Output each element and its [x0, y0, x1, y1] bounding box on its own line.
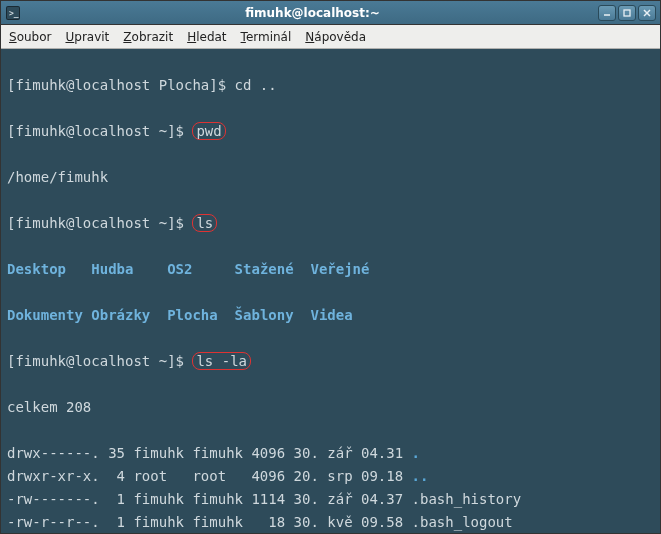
ls-row: Dokumenty Obrázky Plocha Šablony Videa: [7, 304, 654, 327]
cmd-lsla: ls -la: [192, 352, 251, 370]
file-name: .: [412, 445, 420, 461]
output-line: celkem 208: [7, 396, 654, 419]
svg-text:>_: >_: [9, 9, 19, 18]
minimize-button[interactable]: [598, 5, 616, 21]
menu-napoveda[interactable]: Nápověda: [305, 30, 366, 44]
menu-terminal[interactable]: Terminál: [241, 30, 292, 44]
close-button[interactable]: [638, 5, 656, 21]
list-item: -rw-r--r--. 1 fimuhk fimuhk 18 30. kvě 0…: [7, 511, 654, 533]
list-item: drwx------. 35 fimuhk fimuhk 4096 30. zá…: [7, 442, 654, 465]
prompt: [fimuhk@localhost Plocha]$: [7, 77, 235, 93]
file-meta: drwx------. 35 fimuhk fimuhk 4096 30. zá…: [7, 445, 412, 461]
file-meta: drwxr-xr-x. 4 root root 4096 20. srp 09.…: [7, 468, 412, 484]
maximize-button[interactable]: [618, 5, 636, 21]
list-item: drwxr-xr-x. 4 root root 4096 20. srp 09.…: [7, 465, 654, 488]
file-name: ..: [412, 468, 429, 484]
file-meta: -rw-------. 1 fimuhk fimuhk 1114 30. zář…: [7, 491, 412, 507]
ls-row: Desktop Hudba OS2 Stažené Veřejné: [7, 258, 654, 281]
prompt: [fimuhk@localhost ~]$: [7, 215, 192, 231]
file-name: .bash_history: [412, 491, 522, 507]
titlebar[interactable]: >_ fimuhk@localhost:~: [1, 1, 660, 25]
menu-hledat[interactable]: Hledat: [187, 30, 226, 44]
list-item: -rw-------. 1 fimuhk fimuhk 1114 30. zář…: [7, 488, 654, 511]
cmd-pwd: pwd: [192, 122, 225, 140]
terminal-icon: >_: [5, 5, 21, 21]
cmd-cd: cd ..: [235, 77, 277, 93]
output-line: /home/fimuhk: [7, 166, 654, 189]
menubar: Soubor Upravit Zobrazit Hledat Terminál …: [1, 25, 660, 49]
svg-rect-4: [624, 10, 630, 16]
terminal-window: >_ fimuhk@localhost:~ Soubor Upravit Zob…: [0, 0, 661, 534]
menu-zobrazit[interactable]: Zobrazit: [123, 30, 173, 44]
terminal-body[interactable]: [fimuhk@localhost Plocha]$ cd .. [fimuhk…: [1, 49, 660, 533]
cmd-ls: ls: [192, 214, 217, 232]
prompt: [fimuhk@localhost ~]$: [7, 123, 192, 139]
file-name: .bash_logout: [412, 514, 513, 530]
prompt: [fimuhk@localhost ~]$: [7, 353, 192, 369]
file-meta: -rw-r--r--. 1 fimuhk fimuhk 18 30. kvě 0…: [7, 514, 412, 530]
window-title: fimuhk@localhost:~: [27, 6, 598, 20]
menu-upravit[interactable]: Upravit: [65, 30, 109, 44]
menu-soubor[interactable]: Soubor: [9, 30, 51, 44]
